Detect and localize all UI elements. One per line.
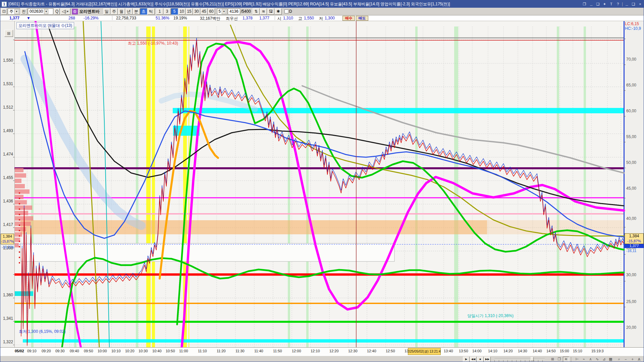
interval-button-15[interactable]: 15 — [186, 8, 193, 15]
peak-icon[interactable]: ∧ — [587, 357, 594, 362]
interval-button-30[interactable]: 30 — [193, 8, 200, 15]
stock-type-value: 주 — [9, 9, 13, 14]
time-tick-label: 11:20 — [217, 349, 226, 353]
trendline-icon[interactable]: ⊢ — [574, 357, 580, 362]
speaker-glyph: ◁) — [62, 9, 66, 14]
prev-stock-button[interactable]: 전 — [20, 8, 27, 15]
time-tick-label: 09:30 — [55, 349, 65, 353]
sub-pct-left: -16,11% — [1, 245, 14, 249]
time-tick-label: 10:00 — [98, 349, 107, 353]
time-tick-label: 12:50 — [386, 349, 395, 353]
window-icon[interactable]: ❏ — [595, 2, 601, 7]
interval-button-45[interactable]: 45 — [201, 8, 208, 15]
stock-code-input[interactable]: 002630▼ — [28, 8, 53, 15]
time-tick-label: 14:40 — [533, 349, 542, 353]
bar-count-box[interactable]: 4136 — [228, 8, 240, 15]
interval-button-60[interactable]: 60 — [208, 8, 215, 15]
percent-tick-label: 50,00 — [626, 160, 636, 165]
help-icon[interactable]: ? — [615, 2, 621, 7]
stop-button[interactable]: ■ — [477, 357, 484, 362]
current-price-badge-left: 1,384 -15,87% — [1, 234, 14, 244]
percent-tick-label: 65,00 — [626, 83, 636, 87]
magnifier-icon[interactable]: ⌕ — [616, 357, 622, 362]
lc-label: LC:6,15 — [625, 21, 641, 26]
search-icon[interactable]: Q — [54, 8, 60, 15]
period-button-월[interactable]: 월 — [118, 8, 125, 15]
grid-toggle-button[interactable]: ⊞ — [4, 30, 13, 37]
time-tick-label: 11:30 — [235, 349, 245, 353]
wave-icon[interactable]: ∿ — [594, 357, 600, 362]
time-axis: 2025/05/02(금) 13:21:40 05/0209:1009:2009… — [0, 347, 644, 356]
current-price-badge-right: 1,384 -15,87% — [625, 233, 644, 244]
period-button-초[interactable]: 초 — [140, 8, 147, 15]
close-icon[interactable]: × — [637, 2, 643, 7]
right-axis-line — [624, 21, 625, 347]
stock-type-combo[interactable]: 주▼ — [8, 8, 20, 15]
price-change-pct: -16.29% — [84, 16, 99, 20]
best-bid: 1,377 — [259, 16, 269, 20]
font-icon[interactable]: T — [608, 2, 614, 7]
zoom-out-icon[interactable]: − — [623, 357, 629, 362]
ray-line-icon[interactable]: ⌁ — [581, 357, 587, 362]
interval-button-5[interactable]: 5 — [171, 8, 178, 15]
period-button-분[interactable]: 분 — [133, 8, 140, 15]
time-tick-label: 11:10 — [198, 349, 207, 353]
interval-button-3[interactable]: 3 — [164, 8, 171, 15]
line-chart-icon[interactable]: ≋ — [260, 8, 267, 15]
compare-icon[interactable]: ⇅ — [253, 8, 260, 15]
buy-button[interactable]: 매수 — [342, 16, 355, 21]
settings-icon[interactable]: ✱ — [275, 8, 282, 15]
price-tick-label: 1,341 — [0, 316, 13, 321]
new-window-icon[interactable]: ⊞ — [549, 357, 556, 362]
font-size-icon[interactable]: A — [636, 357, 642, 362]
percent-tick-label: 60,00 — [626, 109, 636, 113]
low-annotation: 최저 1,300 (6,15%, 09:02) — [19, 329, 65, 335]
save-icon[interactable]: 🖫 — [267, 8, 274, 15]
zoom-in-icon[interactable]: ＋ — [629, 357, 636, 362]
window-icon[interactable]: ❑ — [631, 2, 636, 7]
period-button-일[interactable]: 일 — [103, 8, 110, 15]
tick-count-combo[interactable]: 5▼ — [217, 8, 227, 15]
badge-price: 1,384 — [1, 234, 14, 239]
high-label: 고 — [298, 16, 302, 21]
sub-pct-right: -16,11 — [626, 249, 636, 253]
fast-forward-button[interactable]: ▶▶ — [484, 357, 491, 362]
window-icon[interactable]: ❐ — [582, 2, 587, 7]
slider-thumb[interactable] — [531, 357, 534, 361]
minimize-icon[interactable]: ＿ — [588, 2, 594, 7]
time-tick-label: 09:50 — [84, 349, 93, 353]
minimize-icon[interactable]: ＿ — [624, 2, 630, 7]
open-price: 1,310 — [283, 16, 293, 20]
interval-button-1[interactable]: 1 — [156, 8, 163, 15]
pin-icon[interactable]: ✦ — [602, 2, 607, 7]
chart-area[interactable]: 오리엔트바이오 매물대 수(13) ⊞ 최고 1,550 (-10,97%, 1… — [0, 21, 644, 356]
app-window: 1 [0601] 주식종합차트 - 유통비율[64.3] 거래대금[32,167… — [0, 0, 644, 362]
time-tick-label: 05/02 — [15, 349, 24, 353]
time-tick-label: 15:19:3 — [591, 349, 604, 353]
zoom-slider[interactable] — [494, 357, 545, 362]
time-tick-label: 13:50 — [459, 349, 468, 353]
period-button-년[interactable]: 년 — [125, 8, 132, 15]
grid-icon[interactable]: ▦ — [607, 357, 614, 362]
chevron-down-icon[interactable]: ▼ — [222, 9, 226, 14]
time-tick-label: 10:20 — [125, 349, 135, 353]
tick-count-value: 5 — [219, 9, 221, 14]
triangle-icon[interactable]: ⊿ — [601, 357, 607, 362]
sell-button[interactable]: 매도 — [356, 16, 368, 21]
time-tick-label: 14:00 — [472, 349, 482, 353]
play-button[interactable]: ▶ — [463, 357, 470, 362]
rewind-button[interactable]: ◀◀ — [470, 357, 477, 362]
cascade-windows-icon[interactable]: ❐ — [556, 357, 562, 362]
time-tick-label: 14:10 — [488, 349, 497, 353]
sound-icon[interactable]: ◁)▼ — [60, 8, 70, 15]
zigzag-chart-icon[interactable]: ≋ — [563, 357, 569, 362]
period-button-틱[interactable]: 틱 — [148, 8, 155, 15]
period-button-주[interactable]: 주 — [111, 8, 118, 15]
lc-hc-labels: LC:6,15 HC:-10,9 — [625, 21, 641, 31]
chevron-down-icon[interactable]: ▼ — [44, 9, 48, 14]
volume: 22,758,733 — [116, 16, 136, 20]
interval-button-10[interactable]: 10 — [178, 8, 185, 15]
chevron-down-icon[interactable]: ▼ — [14, 9, 19, 14]
window-style-button[interactable]: ⊡ — [1, 8, 7, 15]
d-checkbox[interactable] — [284, 9, 288, 13]
